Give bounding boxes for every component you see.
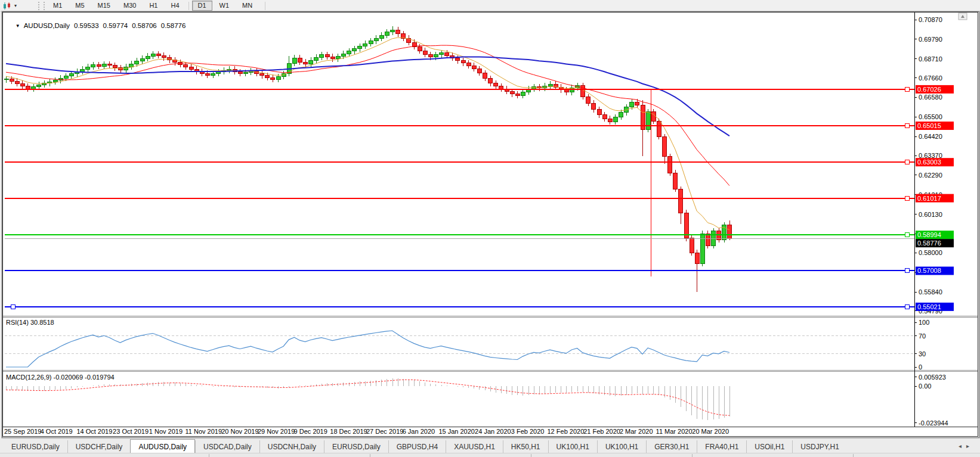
svg-text:3 Feb 2020: 3 Feb 2020 <box>511 428 545 435</box>
svg-text:0.00: 0.00 <box>919 383 931 390</box>
svg-text:30: 30 <box>919 350 926 357</box>
svg-text:0.61017: 0.61017 <box>917 195 941 202</box>
svg-text:0.65500: 0.65500 <box>919 113 942 120</box>
svg-text:0.55021: 0.55021 <box>917 303 941 310</box>
svg-text:0.64420: 0.64420 <box>919 133 942 140</box>
svg-text:20 Mar 2020: 20 Mar 2020 <box>692 428 729 435</box>
svg-text:11 Mar 2020: 11 Mar 2020 <box>656 428 693 435</box>
hline-handle[interactable] <box>11 304 15 309</box>
chart-symbol-label: AUDUSD,Daily <box>24 22 70 29</box>
svg-text:23 Oct 2019: 23 Oct 2019 <box>113 428 149 435</box>
ohlc-low: 0.58706 <box>132 22 157 29</box>
mt4-window: ▾ M1M5M15M30H1H4D1W1MN 0.708700.697900.6… <box>0 0 980 457</box>
svg-text:24 Jan 2020: 24 Jan 2020 <box>475 428 511 435</box>
svg-text:0.58000: 0.58000 <box>919 249 942 256</box>
rsi-label: RSI(14) 30.8518 <box>6 319 54 326</box>
hline-handle[interactable] <box>905 196 909 200</box>
svg-text:0: 0 <box>919 363 922 371</box>
hline-handle[interactable] <box>905 124 909 128</box>
ohlc-open: 0.59533 <box>74 22 99 29</box>
svg-text:11 Nov 2019: 11 Nov 2019 <box>186 428 222 435</box>
hline-handle[interactable] <box>905 87 909 91</box>
svg-text:2 Mar 2020: 2 Mar 2020 <box>620 428 653 435</box>
axis-scroll-button[interactable] <box>959 13 967 20</box>
svg-text:14 Oct 2019: 14 Oct 2019 <box>76 428 112 435</box>
svg-text:-0.023944: -0.023944 <box>919 419 948 427</box>
chart-title: ▼AUDUSD,Daily0.595330.597740.587060.5877… <box>8 15 186 36</box>
svg-text:70: 70 <box>919 332 926 340</box>
svg-text:0.58994: 0.58994 <box>917 231 941 238</box>
svg-text:25 Sep 2019: 25 Sep 2019 <box>4 428 41 435</box>
svg-text:0.57008: 0.57008 <box>917 267 941 274</box>
hline-handle[interactable] <box>905 233 909 237</box>
svg-text:0.68710: 0.68710 <box>919 55 942 63</box>
svg-text:9 Dec 2019: 9 Dec 2019 <box>294 428 327 435</box>
svg-text:100: 100 <box>919 319 929 326</box>
svg-text:29 Nov 2019: 29 Nov 2019 <box>258 428 295 435</box>
svg-text:12 Feb 2020: 12 Feb 2020 <box>548 428 585 435</box>
svg-text:4 Oct 2019: 4 Oct 2019 <box>41 428 73 435</box>
hline-handle[interactable] <box>905 304 909 309</box>
svg-text:27 Dec 2019: 27 Dec 2019 <box>366 428 403 435</box>
svg-text:15 Jan 2020: 15 Jan 2020 <box>438 428 475 435</box>
svg-text:0.67660: 0.67660 <box>919 74 942 82</box>
hline-handle[interactable] <box>905 269 909 273</box>
svg-text:0.55840: 0.55840 <box>919 288 942 296</box>
chart-menu-caret[interactable]: ▼ <box>16 23 20 29</box>
svg-text:0.58776: 0.58776 <box>917 240 941 247</box>
svg-text:0.60130: 0.60130 <box>919 211 942 218</box>
svg-text:18 Dec 2019: 18 Dec 2019 <box>330 428 367 435</box>
svg-text:1 Nov 2019: 1 Nov 2019 <box>149 428 183 435</box>
svg-text:0.70870: 0.70870 <box>919 16 942 23</box>
svg-text:0.005923: 0.005923 <box>919 374 946 381</box>
hline-handle[interactable] <box>905 160 909 164</box>
svg-text:0.63003: 0.63003 <box>917 158 941 166</box>
ohlc-high: 0.59774 <box>103 22 128 29</box>
svg-text:0.69790: 0.69790 <box>919 36 942 43</box>
date-axis: 25 Sep 20194 Oct 201914 Oct 201923 Oct 2… <box>4 428 729 435</box>
macd-label: MACD(12,26,9) -0.020069 -0.019794 <box>6 374 115 381</box>
svg-text:21 Feb 2020: 21 Feb 2020 <box>583 428 620 435</box>
svg-text:0.67026: 0.67026 <box>917 86 941 93</box>
svg-text:0.65015: 0.65015 <box>917 122 941 129</box>
svg-text:6 Jan 2020: 6 Jan 2020 <box>403 428 435 435</box>
svg-text:0.66580: 0.66580 <box>919 94 942 101</box>
chart-canvas: 0.708700.697900.687100.676600.665800.655… <box>0 0 980 457</box>
svg-text:20 Nov 2019: 20 Nov 2019 <box>221 428 258 435</box>
ohlc-close: 0.58776 <box>161 22 186 29</box>
svg-text:0.62290: 0.62290 <box>919 172 942 179</box>
